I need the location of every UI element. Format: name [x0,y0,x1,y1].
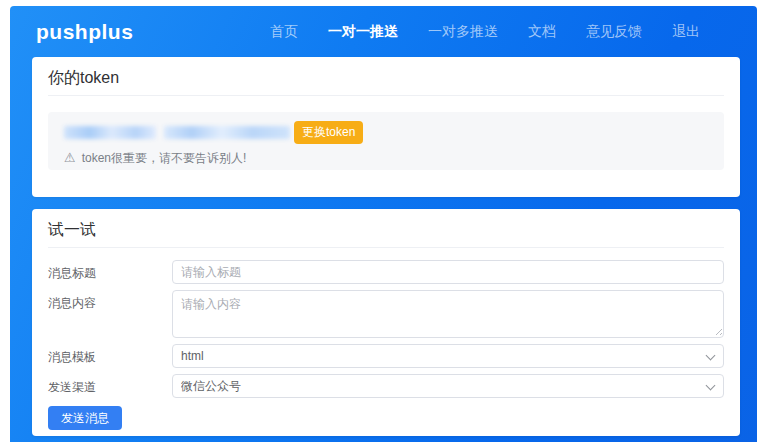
message-content-textarea[interactable] [172,290,724,338]
send-channel-label: 发送渠道 [48,374,172,398]
page-background: pushplus 首页 一对一推送 一对多推送 文档 意见反馈 退出 你的tok… [10,6,757,442]
message-template-row: 消息模板 html [48,344,724,368]
message-title-label: 消息标题 [48,260,172,284]
nav-item-one-to-one[interactable]: 一对一推送 [328,23,398,41]
token-card-title: 你的token [48,57,724,96]
try-card: 试一试 消息标题 消息内容 消息模板 html [32,209,740,436]
token-blur-segment [164,126,290,139]
message-content-row: 消息内容 [48,290,724,338]
message-title-field [172,260,724,284]
nav-list: 首页 一对一推送 一对多推送 文档 意见反馈 退出 [270,23,700,41]
token-line: 更换token [64,121,708,144]
message-title-row: 消息标题 [48,260,724,284]
change-token-button[interactable]: 更换token [294,121,363,144]
nav-item-home[interactable]: 首页 [270,23,298,41]
send-channel-row: 发送渠道 微信公众号 [48,374,724,398]
message-title-input[interactable] [172,260,724,284]
nav-item-one-to-many[interactable]: 一对多推送 [428,23,498,41]
message-content-field [172,290,724,338]
token-panel: 更换token ⚠ token很重要，请不要告诉别人! [48,112,724,170]
send-channel-select[interactable]: 微信公众号 [172,374,724,398]
token-blur-segment [64,126,156,139]
nav-item-docs[interactable]: 文档 [528,23,556,41]
send-message-button[interactable]: 发送消息 [48,406,122,430]
token-card: 你的token 更换token ⚠ token很重要，请不要告诉别人! [32,57,740,197]
token-value-redacted [64,126,290,139]
message-content-label: 消息内容 [48,290,172,338]
brand-logo[interactable]: pushplus [36,20,133,44]
nav-item-feedback[interactable]: 意见反馈 [586,23,642,41]
message-template-label: 消息模板 [48,344,172,368]
token-warning: ⚠ token很重要，请不要告诉别人! [64,151,708,165]
token-card-body: 更换token ⚠ token很重要，请不要告诉别人! [48,96,724,197]
message-template-select[interactable]: html [172,344,724,368]
try-card-title: 试一试 [48,209,724,248]
try-card-body: 消息标题 消息内容 消息模板 html [48,248,724,436]
warning-triangle-icon: ⚠ [64,151,76,165]
nav-item-logout[interactable]: 退出 [672,23,700,41]
top-navbar: pushplus 首页 一对一推送 一对多推送 文档 意见反馈 退出 [10,6,757,57]
message-template-field: html [172,344,724,368]
send-channel-field: 微信公众号 [172,374,724,398]
token-warning-text: token很重要，请不要告诉别人! [82,151,247,165]
